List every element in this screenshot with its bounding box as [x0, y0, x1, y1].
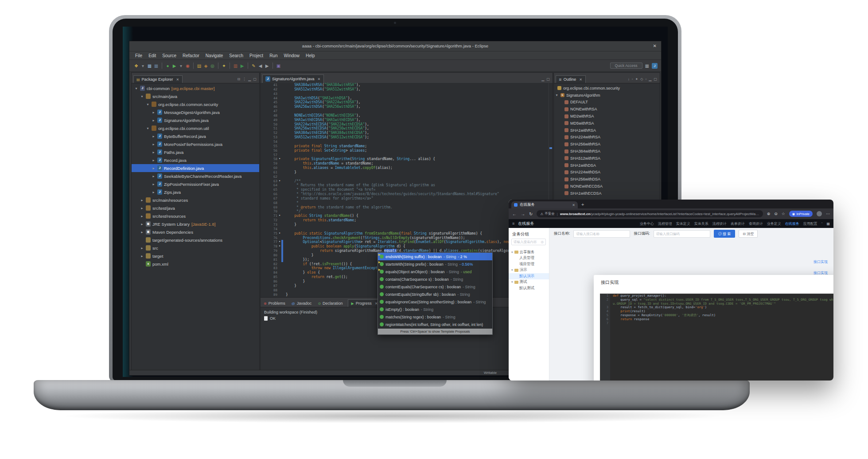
expand-icon[interactable]: ▸	[152, 190, 156, 194]
close-tab-icon[interactable]: ✕	[176, 78, 179, 82]
maximize-icon[interactable]: ▢	[654, 77, 657, 81]
outline-member[interactable]: MD2withRSA	[554, 113, 660, 120]
perspective-grid-icon[interactable]: ▦	[645, 63, 649, 68]
tab-declaration[interactable]: ⊙Declaration	[315, 300, 346, 307]
expand-icon[interactable]: ▸	[152, 118, 156, 122]
menu-item-project[interactable]: Project	[246, 53, 266, 58]
tree-item[interactable]: ▾src/main/java	[132, 92, 259, 100]
menu-item-refactor[interactable]: Refactor	[179, 53, 202, 58]
expand-icon[interactable]: ▾	[555, 93, 559, 97]
tree-item[interactable]: ▸JRecordDefinition.java	[132, 164, 259, 172]
expand-icon[interactable]: ▸	[152, 134, 156, 138]
junit-icon[interactable]: ▶	[239, 63, 245, 69]
new-java-project-icon[interactable]: ▤	[196, 63, 202, 69]
more-menu-icon[interactable]: ⋯	[826, 212, 830, 216]
tree-item[interactable]: ▸≣Maven Dependencies	[132, 228, 259, 236]
group-item[interactable]: ▾测试	[509, 279, 549, 286]
favorite-star-icon[interactable]: ☆	[782, 212, 785, 216]
tree-item[interactable]: ▸JPaths.java	[132, 148, 259, 156]
tree-item[interactable]: ▾org.eclipse.cbi.common.security	[132, 100, 259, 108]
script-editor[interactable]: 1def query_project_manager():2 query_sql…	[600, 294, 833, 381]
outline-member[interactable]: NONEwithECDSA	[554, 183, 660, 190]
completion-item[interactable]: contains(CharSequence s) : boolean - Str…	[378, 275, 492, 283]
menu-item-window[interactable]: Window	[280, 53, 303, 58]
clear-button[interactable]: ⊟ 清空	[739, 230, 758, 238]
expand-icon[interactable]: ▸	[140, 254, 144, 258]
tree-item[interactable]: ▸JSeekableByteChannelRecordReader.java	[132, 172, 259, 180]
app-grid-icon[interactable]: ▦	[826, 222, 830, 226]
tree-item[interactable]: ▸JZipPosixPermissionFixer.java	[132, 180, 259, 188]
tab-progress[interactable]: ▶Progress✕	[348, 299, 381, 307]
outline-member[interactable]: SHA224withDSA	[554, 169, 660, 176]
tree-item[interactable]: ▸JByteBufferRecord.java	[132, 132, 259, 140]
tab-outline[interactable]: ≣ Outline ✕	[556, 75, 586, 83]
tree-item[interactable]: target/generated-sources/annotations	[132, 236, 259, 244]
interface-code-input[interactable]	[654, 230, 710, 238]
tree-item[interactable]: ▸src/test/java	[132, 204, 259, 212]
expand-icon[interactable]: ▸	[140, 222, 144, 226]
tree-item[interactable]: ▸JSignatureAlgorithm.java	[132, 116, 259, 124]
outline-package[interactable]: org.eclipse.cbi.common.security	[554, 85, 660, 92]
expand-icon[interactable]: ▸	[140, 214, 144, 218]
close-tab-icon[interactable]: ✕	[579, 78, 582, 82]
save-icon[interactable]: ▦	[146, 63, 153, 69]
outline-toolbar-icon[interactable]: ↓	[628, 77, 630, 81]
tree-item[interactable]: ▸≣JRE System Library [JavaSE-1.8]	[132, 220, 259, 228]
nav-item-查询设计[interactable]: 查询设计	[749, 221, 763, 226]
tree-item[interactable]: ▸JZips.java	[132, 188, 259, 196]
inprivate-badge[interactable]: ◉ InPrivate	[789, 211, 813, 217]
close-icon[interactable]: ✕	[653, 43, 657, 49]
outline-member[interactable]: SHA1withECDSA	[554, 190, 660, 197]
nav-item-应用配置[interactable]: 应用配置	[803, 221, 817, 226]
tab-javadoc[interactable]: @Javadoc	[288, 300, 315, 307]
save-all-icon[interactable]: ▦	[153, 63, 160, 69]
last-edit-icon[interactable]: ✎	[250, 63, 257, 69]
back-icon[interactable]: ←	[512, 212, 517, 216]
browser-tab[interactable]: 在线服务 ✕	[511, 201, 578, 208]
annotations-icon[interactable]: ▣	[275, 63, 282, 69]
outline-member[interactable]: SHA256withRSA	[554, 141, 660, 148]
new-tab-button[interactable]: +	[581, 201, 584, 208]
tree-item[interactable]: ▸src/main/resources	[132, 196, 259, 204]
tab-package-explorer[interactable]: ▤ Package Explorer ✕	[133, 75, 183, 83]
group-item[interactable]: ▾云享服务	[509, 249, 549, 255]
outline-member[interactable]: SHA1withRSA	[554, 127, 660, 134]
open-task-icon[interactable]: ✦	[221, 63, 227, 69]
expand-icon[interactable]: ▸	[140, 198, 144, 202]
menu-item-source[interactable]: Source	[159, 53, 179, 58]
tab-problems[interactable]: ⊗Problems	[261, 300, 288, 307]
java-perspective-icon[interactable]: J	[652, 63, 658, 69]
search-button[interactable]: ◎ 搜 索	[714, 230, 735, 238]
group-item[interactable]: 默认演示	[509, 273, 549, 279]
nav-item-业务定义[interactable]: 业务定义	[767, 221, 781, 226]
group-item[interactable]: ▾演示	[509, 267, 549, 274]
interface-name-input[interactable]	[573, 230, 630, 238]
debug-icon[interactable]: ●	[164, 63, 171, 69]
close-tab-icon[interactable]: ✕	[318, 77, 321, 81]
nav-item-流程管理[interactable]: 流程管理	[658, 221, 672, 226]
outline-toolbar-icon[interactable]: ✦	[635, 77, 638, 81]
expand-icon[interactable]: ▸	[152, 158, 156, 162]
outline-member[interactable]: SHA1withDSA	[554, 162, 660, 169]
group-item[interactable]: 默认测试	[509, 285, 549, 291]
coverage-icon[interactable]: ▥	[232, 63, 239, 69]
back-icon[interactable]: ◀	[257, 63, 264, 69]
tree-item[interactable]: ▸JRecord.java	[132, 156, 259, 164]
collapse-all-icon[interactable]: ⊟	[237, 77, 241, 81]
menu-item-file[interactable]: File	[132, 53, 145, 58]
expand-icon[interactable]: ▸	[140, 230, 144, 234]
new-dropdown-icon[interactable]: ▾	[140, 63, 146, 69]
group-item[interactable]: 人员管理	[509, 255, 549, 262]
expand-icon[interactable]: ▸	[140, 206, 144, 210]
hamburger-icon[interactable]: ≡	[512, 221, 514, 226]
tree-item[interactable]: ▸JMorePosixFilePermissions.java	[132, 140, 259, 148]
outline-toolbar-icon[interactable]: ▫	[645, 77, 646, 81]
outline-type[interactable]: ▾ESignatureAlgorithm	[554, 92, 660, 99]
nav-item-表单设计[interactable]: 表单设计	[731, 221, 745, 226]
tree-item[interactable]: ▾org.eclipse.cbi.common.util	[132, 124, 259, 132]
nav-item-业务中心[interactable]: 业务中心	[640, 221, 654, 226]
expand-icon[interactable]: ▸	[152, 150, 156, 154]
quick-access-box[interactable]: Quick Access	[610, 63, 642, 69]
expand-icon[interactable]: ▸	[152, 110, 156, 114]
completion-item[interactable]: contentEquals(StringBuffer sb) : boolean…	[378, 290, 492, 298]
